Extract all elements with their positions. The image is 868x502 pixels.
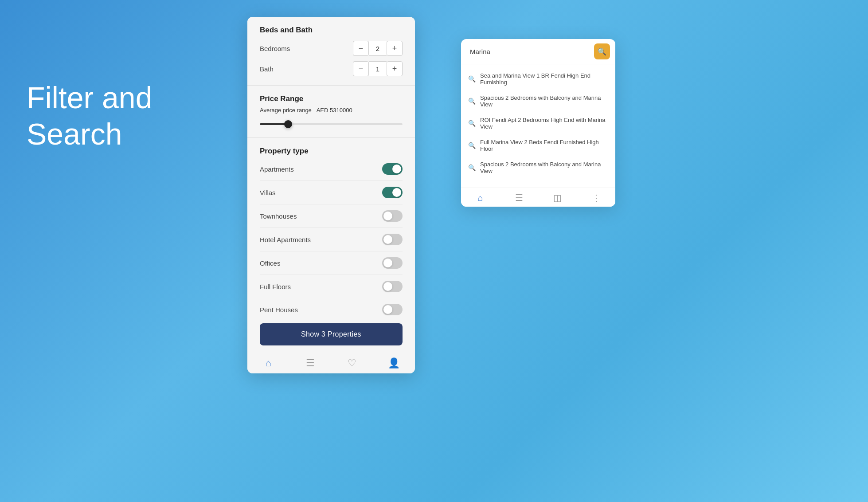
full-floors-toggle-thumb bbox=[383, 282, 392, 291]
hotel-apartments-toggle[interactable] bbox=[382, 234, 403, 245]
property-row-villas: Villas bbox=[260, 181, 403, 204]
apartments-toggle[interactable] bbox=[382, 163, 403, 175]
search-nav-home[interactable]: ⌂ bbox=[461, 192, 500, 203]
search-bottom-nav: ⌂ ☰ ◫ ⋮ bbox=[461, 188, 615, 207]
result-search-icon-3: 🔍 bbox=[468, 120, 476, 127]
result-text-1: Sea and Marina View 1 BR Fendi High End … bbox=[480, 72, 608, 86]
beds-bath-section: Beds and Bath Bedrooms − 2 + Bath − 1 + bbox=[247, 17, 415, 86]
search-result-2[interactable]: 🔍 Spacious 2 Bedrooms with Balcony and M… bbox=[461, 90, 615, 112]
bath-label: Bath bbox=[260, 65, 274, 73]
price-title: Price Range bbox=[260, 94, 403, 103]
search-panel: 🔍 🔍 Sea and Marina View 1 BR Fendi High … bbox=[461, 39, 615, 207]
hotel-apartments-toggle-thumb bbox=[383, 235, 392, 244]
bath-row: Bath − 1 + bbox=[260, 61, 403, 76]
price-avg-label: Average price range bbox=[260, 107, 312, 114]
list-icon: ☰ bbox=[306, 357, 315, 369]
search-result-3[interactable]: 🔍 ROI Fendi Apt 2 Bedrooms High End with… bbox=[461, 112, 615, 134]
heart-icon: ♡ bbox=[348, 357, 356, 369]
townhouses-toggle-thumb bbox=[383, 212, 392, 220]
result-search-icon-5: 🔍 bbox=[468, 164, 476, 171]
offices-toggle[interactable] bbox=[382, 257, 403, 269]
show-button-wrapper: Show 3 Properties bbox=[247, 318, 415, 351]
property-type-section: Property type Apartments Villas Townhous… bbox=[247, 138, 415, 298]
result-text-5: Spacious 2 Bedrooms with Balcony and Mar… bbox=[480, 161, 608, 174]
full-floors-toggle[interactable] bbox=[382, 281, 403, 292]
villas-label: Villas bbox=[260, 189, 276, 196]
full-floors-label: Full Floors bbox=[260, 283, 291, 290]
result-text-2: Spacious 2 Bedrooms with Balcony and Mar… bbox=[480, 94, 608, 108]
apartments-toggle-thumb bbox=[392, 165, 401, 173]
price-section: Price Range Average price range AED 5310… bbox=[247, 86, 415, 138]
hotel-apartments-label: Hotel Apartments bbox=[260, 236, 311, 243]
bath-plus-button[interactable]: + bbox=[387, 61, 403, 76]
bedrooms-value: 2 bbox=[369, 41, 387, 56]
beds-bath-title: Beds and Bath bbox=[260, 26, 403, 35]
search-result-4[interactable]: 🔍 Full Marina View 2 Beds Fendi Furnishe… bbox=[461, 134, 615, 157]
search-icon: 🔍 bbox=[598, 47, 606, 56]
bath-minus-button[interactable]: − bbox=[353, 61, 369, 76]
bedrooms-plus-button[interactable]: + bbox=[387, 41, 403, 56]
search-results-list: 🔍 Sea and Marina View 1 BR Fendi High En… bbox=[461, 64, 615, 182]
townhouses-toggle[interactable] bbox=[382, 210, 403, 222]
search-list-icon: ☰ bbox=[515, 192, 523, 203]
apartments-label: Apartments bbox=[260, 165, 294, 173]
search-book-icon: ◫ bbox=[553, 192, 562, 203]
search-nav-more[interactable]: ⋮ bbox=[577, 192, 615, 203]
search-nav-book[interactable]: ◫ bbox=[538, 192, 577, 203]
bedrooms-counter: − 2 + bbox=[353, 41, 403, 56]
property-row-hotel-apartments: Hotel Apartments bbox=[260, 228, 403, 251]
price-avg: Average price range AED 5310000 bbox=[260, 107, 403, 114]
search-more-icon: ⋮ bbox=[592, 192, 601, 203]
result-search-icon-4: 🔍 bbox=[468, 142, 476, 149]
result-text-3: ROI Fendi Apt 2 Bedrooms High End with M… bbox=[480, 117, 608, 130]
property-row-full-floors: Full Floors bbox=[260, 275, 403, 298]
pent-houses-toggle[interactable] bbox=[382, 304, 403, 315]
offices-label: Offices bbox=[260, 259, 280, 267]
result-search-icon-1: 🔍 bbox=[468, 75, 476, 82]
slider-track bbox=[260, 123, 403, 125]
search-result-5[interactable]: 🔍 Spacious 2 Bedrooms with Balcony and M… bbox=[461, 157, 615, 179]
bedrooms-label: Bedrooms bbox=[260, 45, 290, 52]
pent-houses-label: Pent Houses bbox=[260, 306, 298, 314]
search-nav-list[interactable]: ☰ bbox=[500, 192, 538, 203]
townhouses-label: Townhouses bbox=[260, 212, 297, 220]
property-row-pent-houses: Pent Houses bbox=[247, 298, 415, 318]
bedrooms-row: Bedrooms − 2 + bbox=[260, 41, 403, 56]
nav-favorites[interactable]: ♡ bbox=[331, 356, 373, 371]
property-type-title: Property type bbox=[260, 147, 403, 156]
search-button[interactable]: 🔍 bbox=[594, 43, 610, 59]
offices-toggle-thumb bbox=[383, 259, 392, 267]
property-row-apartments: Apartments bbox=[260, 157, 403, 181]
search-input[interactable] bbox=[466, 45, 594, 58]
price-avg-value: AED 5310000 bbox=[317, 107, 352, 114]
search-result-1[interactable]: 🔍 Sea and Marina View 1 BR Fendi High En… bbox=[461, 68, 615, 90]
price-slider[interactable] bbox=[260, 120, 403, 129]
slider-thumb[interactable] bbox=[284, 120, 292, 128]
filter-bottom-nav: ⌂ ☰ ♡ 👤 bbox=[247, 351, 415, 373]
show-properties-button[interactable]: Show 3 Properties bbox=[260, 323, 403, 345]
villas-toggle-thumb bbox=[392, 188, 401, 197]
pent-houses-toggle-thumb bbox=[383, 305, 392, 314]
bath-counter: − 1 + bbox=[353, 61, 403, 76]
home-icon: ⌂ bbox=[266, 357, 271, 369]
profile-icon: 👤 bbox=[388, 357, 400, 369]
filter-panel: Beds and Bath Bedrooms − 2 + Bath − 1 + … bbox=[247, 17, 415, 373]
property-row-offices: Offices bbox=[260, 251, 403, 275]
property-row-townhouses: Townhouses bbox=[260, 204, 403, 228]
bedrooms-minus-button[interactable]: − bbox=[353, 41, 369, 56]
villas-toggle[interactable] bbox=[382, 187, 403, 198]
result-text-4: Full Marina View 2 Beds Fendi Furnished … bbox=[480, 139, 608, 152]
search-header: 🔍 bbox=[461, 39, 615, 64]
nav-profile[interactable]: 👤 bbox=[373, 356, 415, 371]
result-search-icon-2: 🔍 bbox=[468, 98, 476, 105]
hero-title: Filter and Search bbox=[27, 80, 239, 152]
bath-value: 1 bbox=[369, 61, 387, 76]
nav-list[interactable]: ☰ bbox=[289, 356, 332, 371]
nav-home[interactable]: ⌂ bbox=[247, 356, 289, 371]
search-home-icon: ⌂ bbox=[477, 193, 483, 203]
